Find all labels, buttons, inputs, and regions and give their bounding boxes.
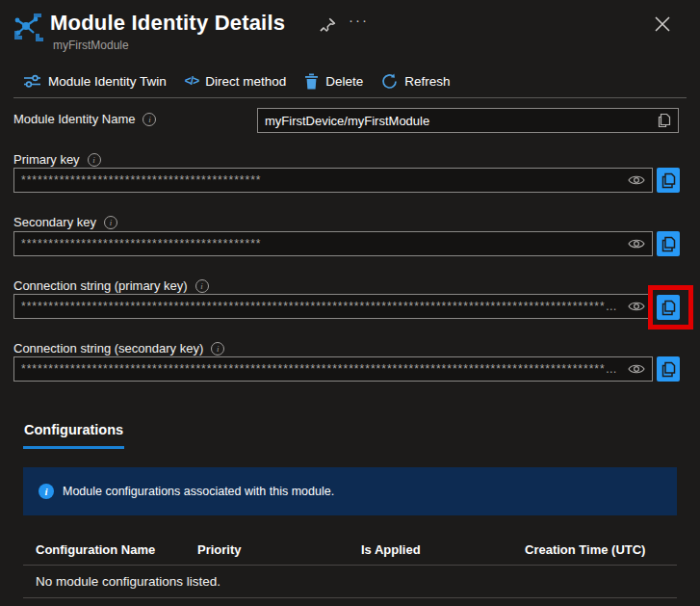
close-icon [654,15,671,33]
info-icon[interactable]: i [104,216,117,229]
reveal-primary-key-button[interactable] [628,174,645,186]
column-header-creation-time: Creation Time (UTC) [525,542,645,557]
info-icon[interactable]: i [195,279,209,293]
eye-icon [628,174,645,186]
connection-string-primary-masked-value: ****************************************… [21,300,622,313]
eye-icon [628,238,645,250]
reveal-connection-string-secondary-button[interactable] [628,363,645,375]
pin-button[interactable] [320,16,337,34]
command-label: Delete [325,74,363,89]
copy-name-button[interactable] [658,113,671,128]
secondary-key-masked-value: ****************************************… [21,237,622,250]
connection-string-secondary-input[interactable]: ****************************************… [13,356,653,382]
column-header-is-applied: Is Applied [361,542,421,557]
annotation-highlight-box [648,285,693,329]
delete-button[interactable]: Delete [304,73,363,90]
command-bar: Module Identity Twin </> Direct method D… [23,68,451,93]
more-options-button[interactable]: ··· [349,12,369,28]
refresh-icon [381,73,398,90]
primary-key-masked-value: ****************************************… [21,173,622,187]
info-banner: i Module configurations associated with … [23,467,677,515]
module-identity-details-panel: Module Identity Details myFirstModule ··… [0,0,700,606]
copy-icon [661,361,676,378]
info-banner-text: Module configurations associated with th… [63,485,334,498]
copy-primary-key-button[interactable] [657,168,680,193]
table-empty-message: No module configurations listed. [36,574,220,589]
module-identity-name-label: Module Identity Name i [13,112,156,126]
copy-secondary-key-button[interactable] [657,231,680,256]
eye-icon [628,301,645,312]
reveal-connection-string-primary-button[interactable] [628,301,645,312]
connection-string-secondary-label: Connection string (secondary key) i [13,341,224,356]
sliders-icon [23,72,41,90]
refresh-button[interactable]: Refresh [381,73,450,90]
info-filled-icon: i [39,484,54,499]
table-header-divider [23,565,677,566]
trash-icon [304,73,319,90]
info-icon[interactable]: i [211,342,224,356]
code-icon: </> [185,74,198,88]
tab-configurations[interactable]: Configurations [23,422,124,449]
copy-icon [661,236,676,252]
copy-connection-string-secondary-button[interactable] [657,356,680,382]
command-label: Module Identity Twin [48,74,167,89]
iot-module-icon [13,11,44,43]
secondary-key-label: Secondary key i [13,215,117,229]
primary-key-label: Primary key i [13,152,101,167]
page-title: Module Identity Details [50,11,285,36]
module-name-subtitle: myFirstModule [53,39,129,52]
connection-string-primary-label: Connection string (primary key) i [13,278,209,293]
direct-method-button[interactable]: </> Direct method [185,74,286,89]
module-identity-name-input[interactable]: myFirstDevice/myFirstModule [257,108,679,133]
info-icon[interactable]: i [88,153,101,167]
connection-string-secondary-masked-value: ****************************************… [21,362,622,376]
table-bottom-divider [23,597,677,598]
eye-icon [628,363,645,375]
module-identity-name-value: myFirstDevice/myFirstModule [265,114,652,128]
connection-string-primary-input[interactable]: ****************************************… [13,294,653,319]
close-button[interactable] [654,15,671,33]
command-label: Direct method [205,74,286,89]
reveal-secondary-key-button[interactable] [628,238,645,250]
toolbar-divider [13,97,687,98]
copy-icon [661,172,676,189]
primary-key-input[interactable]: ****************************************… [13,168,653,193]
info-icon[interactable]: i [143,113,156,126]
module-identity-twin-button[interactable]: Module Identity Twin [23,72,167,90]
column-header-priority: Priority [197,542,242,557]
column-header-configuration-name: Configuration Name [36,542,155,557]
copy-icon [658,113,671,128]
pin-icon [320,16,337,34]
command-label: Refresh [404,74,450,89]
secondary-key-input[interactable]: ****************************************… [13,231,653,256]
